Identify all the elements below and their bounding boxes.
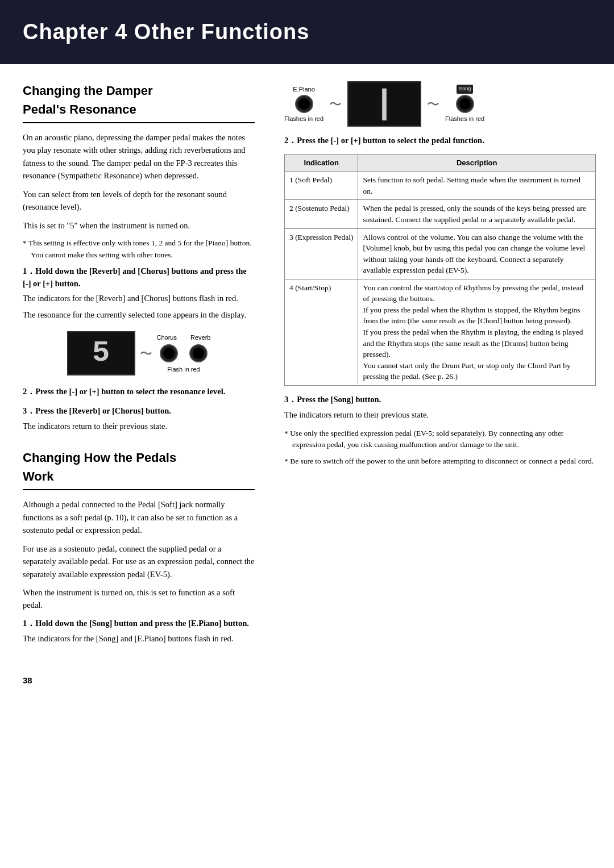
step3-text: The indicators return to their previous …	[23, 420, 255, 432]
description-cell: You can control the start/stop of Rhythm…	[358, 279, 596, 385]
indication-cell: 4 (Start/Stop)	[285, 279, 358, 385]
section2-para2: For use as a sostenuto pedal, connect th…	[23, 542, 255, 581]
epiano-button-inner	[298, 98, 310, 110]
chorus-label: Chorus	[157, 333, 177, 343]
chorus-button-inner	[163, 348, 175, 359]
table-row: 1 (Soft Pedal)Sets function to soft peda…	[285, 172, 596, 200]
song-label: Song	[457, 85, 473, 94]
section2-title: Changing How the PedalsWork	[23, 448, 255, 490]
chorus-button-circle	[160, 344, 178, 362]
pedals-step1-text: The indicators for the [Song] and [E.Pia…	[23, 632, 255, 645]
epiano-button-circle	[295, 95, 313, 113]
table-head: Indication Description	[285, 154, 596, 172]
step3-label: 3．Press the [Reverb] or [Chorus] button.	[23, 405, 255, 418]
song-button-circle	[456, 95, 474, 113]
page-number: 38	[0, 669, 614, 699]
buttons-circles	[160, 344, 208, 362]
step1-text1: The indicators for the [Reverb] and [Cho…	[23, 292, 255, 304]
buttons-illustration: Chorus Reverb Flash in red	[157, 333, 211, 374]
section2-para1: Although a pedal connected to the Pedal …	[23, 498, 255, 536]
reverb-label: Reverb	[190, 333, 210, 343]
section2-note3: * Be sure to switch off the power to the…	[284, 456, 596, 467]
epiano-area: E.Piano Flashes in red	[284, 85, 323, 124]
table-row: 3 (Expression Pedal)Allows control of th…	[285, 228, 596, 279]
pedals-step2: 2．Press the [-] or [+] button to select …	[284, 135, 596, 147]
reverb-button-inner	[193, 348, 204, 359]
section2-para3: When the instrument is turned on, this i…	[23, 586, 255, 612]
indication-cell: 1 (Soft Pedal)	[285, 172, 358, 200]
indication-cell: 3 (Expression Pedal)	[285, 228, 358, 279]
step2-label: 2．Press the [-] or [+] button to select …	[23, 386, 255, 398]
main-content: Changing the DamperPedal's Resonance On …	[0, 64, 614, 669]
right-display-bar: |	[374, 87, 395, 121]
left-column: Changing the DamperPedal's Resonance On …	[0, 64, 273, 669]
right-column: E.Piano Flashes in red 〜 | 〜 Song Flas	[273, 64, 614, 669]
display-illustration: 5 〜 Chorus Reverb Flash in red	[23, 331, 255, 375]
section1-para2: You can select from ten levels of depth …	[23, 188, 255, 214]
step1-text2: The resonance for the currently selected…	[23, 308, 255, 321]
col1-header: Indication	[285, 154, 358, 172]
pedals-step3-label: 3．Press the [Song] button.	[284, 394, 596, 406]
step2: 2．Press the [-] or [+] button to select …	[23, 386, 255, 398]
table-body: 1 (Soft Pedal)Sets function to soft peda…	[285, 172, 596, 386]
table-header-row: Indication Description	[285, 154, 596, 172]
pedal-function-table: Indication Description 1 (Soft Pedal)Set…	[284, 154, 596, 386]
description-cell: When the pedal is pressed, only the soun…	[358, 200, 596, 228]
wave-left: 〜	[140, 344, 152, 363]
epiano-label: E.Piano	[293, 85, 315, 94]
step1: 1．Hold down the [Reverb] and [Chorus] bu…	[23, 265, 255, 321]
buttons-labels: Chorus Reverb	[157, 333, 211, 343]
table-row: 2 (Sostenuto Pedal)When the pedal is pre…	[285, 200, 596, 228]
pedals-step3: 3．Press the [Song] button. The indicator…	[284, 394, 596, 421]
pedals-step2-label: 2．Press the [-] or [+] button to select …	[284, 135, 596, 147]
right-display-area: E.Piano Flashes in red 〜 | 〜 Song Flas	[284, 81, 596, 127]
reverb-button-circle	[189, 344, 208, 362]
indication-cell: 2 (Sostenuto Pedal)	[285, 200, 358, 228]
description-cell: Allows control of the volume. You can al…	[358, 228, 596, 279]
step1-label: 1．Hold down the [Reverb] and [Chorus] bu…	[23, 265, 255, 290]
section1-para1: On an acoustic piano, depressing the dam…	[23, 131, 255, 182]
chapter-title: Chapter 4 Other Functions	[23, 20, 309, 44]
table-row: 4 (Start/Stop)You can control the start/…	[285, 279, 596, 385]
display-screen: 5	[67, 331, 135, 375]
right-wave-left: 〜	[329, 95, 342, 114]
section1-para3: This is set to "5" when the instrument i…	[23, 219, 255, 232]
pedals-step1-label: 1．Hold down the [Song] button and press …	[23, 617, 255, 630]
flashes-in-red-right: Flashes in red	[445, 114, 484, 124]
description-cell: Sets function to soft pedal. Setting mad…	[358, 172, 596, 200]
col2-header: Description	[358, 154, 596, 172]
song-button-inner	[459, 98, 471, 110]
flashes-in-red-left: Flashes in red	[284, 114, 323, 124]
right-display-screen: |	[347, 81, 421, 127]
pedals-step1: 1．Hold down the [Song] button and press …	[23, 617, 255, 645]
display-digit: 5	[92, 339, 110, 368]
pedals-step3-text: The indicators return to their previous …	[284, 408, 596, 421]
section1-title: Changing the DamperPedal's Resonance	[23, 81, 255, 123]
step3: 3．Press the [Reverb] or [Chorus] button.…	[23, 405, 255, 432]
chapter-header: Chapter 4 Other Functions	[0, 0, 614, 64]
section2-note2: * Use only the specified expression peda…	[284, 428, 596, 451]
section1-note1: * This setting is effective only with to…	[23, 237, 255, 261]
flash-in-red-label: Flash in red	[167, 365, 200, 374]
song-area: Song Flashes in red	[445, 85, 484, 123]
right-wave-right: 〜	[427, 95, 439, 114]
